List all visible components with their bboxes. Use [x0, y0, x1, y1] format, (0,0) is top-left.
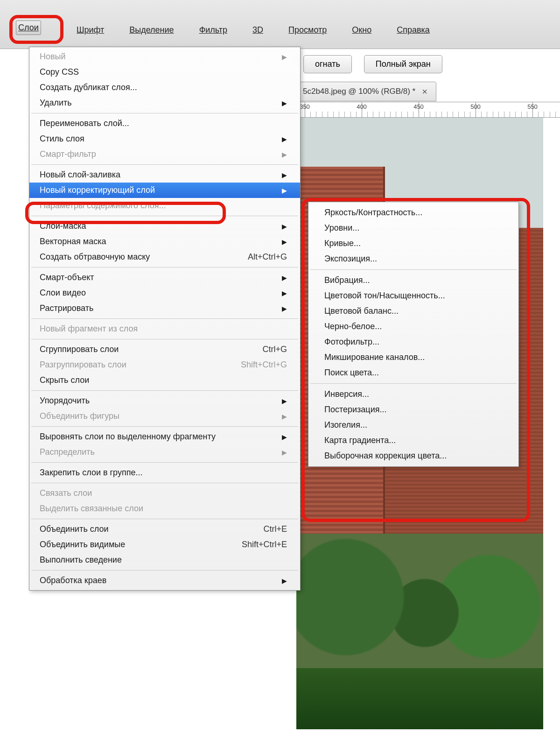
- submenu-arrow-icon: ▶: [282, 151, 287, 158]
- menu-item-label: Смарт-объект: [40, 273, 94, 282]
- submenu-arrow-icon: ▶: [282, 53, 287, 61]
- submenu-item-s1-5[interactable]: Микширование каналов...: [308, 350, 518, 365]
- submenu-item-s2-1[interactable]: Постеризация...: [308, 402, 518, 417]
- submenu-item-s1-3[interactable]: Черно-белое...: [308, 319, 518, 334]
- menu-layers[interactable]: Слои: [16, 21, 41, 35]
- submenu-item-s1-2[interactable]: Цветовой баланс...: [308, 303, 518, 319]
- menu-item-label: Векторная маска: [40, 237, 106, 247]
- submenu-item-s2-3[interactable]: Карта градиента...: [308, 433, 518, 448]
- submenu-arrow-icon: ▶: [282, 171, 287, 179]
- menu-item-raster[interactable]: Растрировать▶: [29, 301, 300, 316]
- menu-item-label: Смарт-фильтр: [40, 149, 96, 159]
- options-bar: огнать Полный экран: [303, 55, 442, 73]
- menu-item-fill[interactable]: Новый слой-заливка▶: [29, 167, 300, 183]
- menu-window[interactable]: Окно: [350, 23, 373, 49]
- menu-item-clip[interactable]: Создать обтравочную маскуAlt+Ctrl+G: [29, 249, 300, 265]
- menu-item-matting[interactable]: Обработка краев▶: [29, 573, 300, 588]
- menu-item-mergevis[interactable]: Объединить видимыеShift+Ctrl+E: [29, 537, 300, 552]
- menu-item-label: Объединить видимые: [40, 540, 125, 550]
- menu-item-flatten[interactable]: Выполнить сведение: [29, 552, 300, 568]
- menu-item-label: Объединить слои: [40, 524, 109, 534]
- menu-item-smartfilter: Смарт-фильтр▶: [29, 147, 300, 162]
- menu-item-videolayers[interactable]: Слои видео▶: [29, 285, 300, 301]
- menu-item-group[interactable]: Сгруппировать слоиCtrl+G: [29, 342, 300, 357]
- menu-item-sellinked: Выделить связанные слои: [29, 501, 300, 516]
- submenu-arrow-icon: ▶: [282, 187, 287, 194]
- submenu-item-s1-4[interactable]: Фотофильтр...: [308, 334, 518, 350]
- submenu-item-s2-4[interactable]: Выборочная коррекция цвета...: [308, 448, 518, 464]
- submenu-arrow-icon: ▶: [282, 274, 287, 282]
- fit-button[interactable]: огнать: [303, 55, 352, 73]
- menu-item-label: Удалить: [40, 98, 72, 108]
- menu-item-delete[interactable]: Удалить▶: [29, 95, 300, 111]
- menu-item-adj[interactable]: Новый корректирующий слой▶: [29, 183, 300, 198]
- menu-item-label: Закрепить слои в группе...: [40, 468, 142, 478]
- submenu-item-s1-1[interactable]: Цветовой тон/Насыщенность...: [308, 288, 518, 303]
- menu-item-merge[interactable]: Объединить слоиCtrl+E: [29, 521, 300, 537]
- menu-item-label: Распределить: [40, 447, 95, 457]
- submenu-item-s0-0[interactable]: Яркость/Контрастность...: [308, 205, 518, 220]
- menu-item-vecmask[interactable]: Векторная маска▶: [29, 234, 300, 249]
- menu-item-label: Стиль слоя: [40, 134, 84, 144]
- menu-item-combine: Объединить фигуры▶: [29, 409, 300, 424]
- menu-item-style[interactable]: Стиль слоя▶: [29, 131, 300, 147]
- menu-item-dup[interactable]: Создать дубликат слоя...: [29, 80, 300, 95]
- menu-select[interactable]: Выделение: [127, 23, 175, 49]
- menu-item-link: Связать слои: [29, 486, 300, 501]
- menu-item-copycss[interactable]: Copy CSS: [29, 64, 300, 80]
- menu-item-shortcut: Ctrl+E: [263, 524, 287, 534]
- menu-item-label: Обработка краев: [40, 576, 106, 585]
- menu-item-label: Связать слои: [40, 488, 92, 498]
- menu-item-label: Новый корректирующий слой: [40, 185, 155, 195]
- submenu-item-s1-6[interactable]: Поиск цвета...: [308, 365, 518, 381]
- menu-item-label: Переименовать слой...: [40, 119, 129, 128]
- menu-item-align[interactable]: Выровнять слои по выделенному фрагменту▶: [29, 429, 300, 444]
- menu-item-label: Объединить фигуры: [40, 411, 119, 421]
- document-tab[interactable]: 5c2b48.jpeg @ 100% (RGB/8) * ×: [294, 82, 436, 101]
- menu-3d[interactable]: 3D: [251, 23, 265, 49]
- menu-item-label: Выделить связанные слои: [40, 504, 143, 514]
- menu-item-rename[interactable]: Переименовать слой...: [29, 116, 300, 131]
- submenu-item-s2-0[interactable]: Инверсия...: [308, 387, 518, 402]
- submenu-arrow-icon: ▶: [282, 397, 287, 405]
- menu-item-label: Copy CSS: [40, 67, 79, 77]
- menu-item-new: Новый▶: [29, 49, 300, 64]
- document-tab-title: 5c2b48.jpeg @ 100% (RGB/8) *: [303, 87, 415, 96]
- menu-item-label: Сгруппировать слои: [40, 345, 119, 354]
- menu-item-lock[interactable]: Закрепить слои в группе...: [29, 465, 300, 480]
- submenu-item-s2-2[interactable]: Изогелия...: [308, 417, 518, 433]
- menu-view[interactable]: Просмотр: [287, 23, 329, 49]
- submenu-item-s0-2[interactable]: Кривые...: [308, 236, 518, 251]
- menubar: Слои Шрифт Выделение Фильтр 3D Просмотр …: [0, 0, 560, 49]
- menu-item-shortcut: Shift+Ctrl+G: [241, 360, 287, 370]
- submenu-item-s0-3[interactable]: Экспозиция...: [308, 251, 518, 267]
- close-icon[interactable]: ×: [422, 86, 427, 97]
- menu-help[interactable]: Справка: [395, 23, 432, 49]
- submenu-arrow-icon: ▶: [282, 449, 287, 456]
- menu-item-hide[interactable]: Скрыть слои: [29, 373, 300, 388]
- submenu-arrow-icon: ▶: [282, 433, 287, 441]
- submenu-arrow-icon: ▶: [282, 289, 287, 297]
- submenu-item-s1-0[interactable]: Вибрация...: [308, 273, 518, 288]
- fullscreen-button[interactable]: Полный экран: [364, 55, 442, 73]
- canvas-region-grass: [296, 668, 543, 729]
- new-adjustment-layer-submenu: Яркость/Контрастность...Уровни...Кривые.…: [308, 202, 519, 467]
- menu-item-label: Слои видео: [40, 288, 86, 298]
- menu-item-mask[interactable]: Слой-маска▶: [29, 218, 300, 234]
- menu-item-smartobj[interactable]: Смарт-объект▶: [29, 270, 300, 285]
- menu-item-label: Новый фрагмент из слоя: [40, 324, 138, 334]
- submenu-arrow-icon: ▶: [282, 577, 287, 585]
- menu-item-shortcut: Ctrl+G: [262, 345, 287, 354]
- horizontal-ruler: 350400450500550: [296, 102, 560, 118]
- menu-type[interactable]: Шрифт: [75, 23, 106, 49]
- menu-item-arrange[interactable]: Упорядочить▶: [29, 393, 300, 409]
- submenu-arrow-icon: ▶: [282, 223, 287, 230]
- menu-item-label: Новый: [40, 52, 66, 62]
- menu-item-label: Разгруппировать слои: [40, 360, 126, 370]
- submenu-arrow-icon: ▶: [282, 305, 287, 312]
- menu-filter[interactable]: Фильтр: [197, 23, 229, 49]
- submenu-item-s0-1[interactable]: Уровни...: [308, 220, 518, 236]
- menu-item-label: Растрировать: [40, 303, 93, 313]
- menu-item-distribute: Распределить▶: [29, 444, 300, 460]
- menu-item-ungroup: Разгруппировать слоиShift+Ctrl+G: [29, 357, 300, 373]
